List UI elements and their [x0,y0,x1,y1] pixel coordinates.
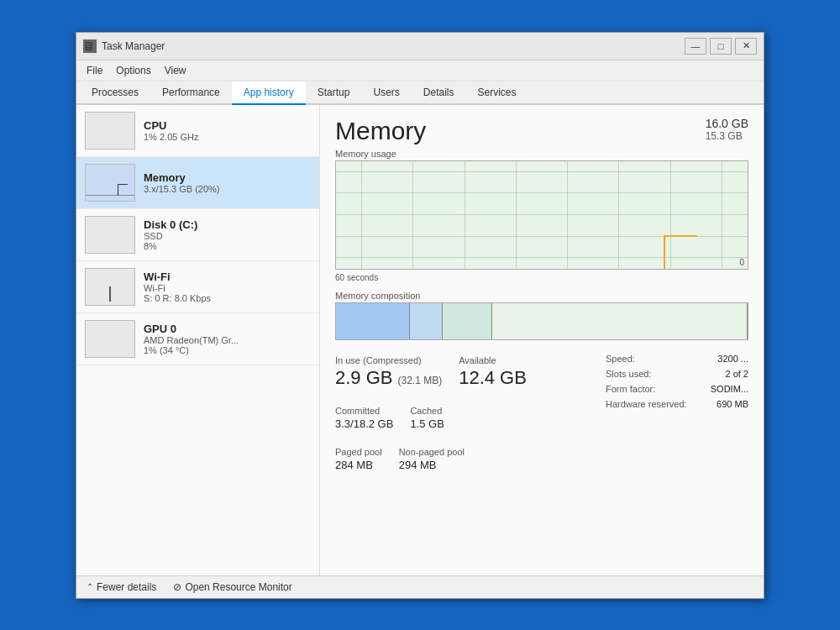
title-bar: 🖥 Task Manager — □ ✕ [76,33,764,60]
wifi-info: Wi-Fi Wi-Fi S: 0 R: 8.0 Kbps [144,270,311,303]
stat-in-use-sub: (32.1 MB) [397,375,442,386]
disk-label: Disk 0 (C:) [144,218,311,231]
cpu-info: CPU 1% 2.05 GHz [144,119,311,142]
sidebar: CPU 1% 2.05 GHz Memory 3.x/15.3 GB (20%) [76,105,320,575]
disk-sub1: SSD [144,231,311,241]
tab-performance[interactable]: Performance [150,81,232,105]
chart-vline-8 [722,161,722,269]
resource-monitor-icon: ⊘ [173,581,181,593]
window-title: Task Manager [102,40,165,52]
stat-hw-value: 690 MB [717,399,748,409]
tabs-bar: Processes Performance App history Startu… [76,81,764,105]
left-stats: In use (Compressed) 2.9 GB (32.1 MB) Ava… [335,354,589,478]
stat-committed-label: Committed [335,406,393,416]
open-resource-monitor-label: Open Resource Monitor [185,581,291,593]
menu-file[interactable]: File [80,62,109,79]
right-stats: Speed: 3200 ... Slots used: 2 of 2 Form … [606,354,748,478]
menu-options[interactable]: Options [109,62,157,79]
maximize-button[interactable]: □ [710,38,732,55]
stat-paged-label: Paged pool [335,447,382,457]
tab-details[interactable]: Details [412,81,466,105]
cpu-label: CPU [144,119,311,132]
stat-nonpaged: Non-paged pool 294 MB [399,445,465,478]
stat-speed-row: Speed: 3200 ... [606,354,748,364]
main-title: Memory [335,117,426,145]
stat-available-label: Available [459,355,527,365]
minimize-button[interactable]: — [685,38,706,55]
main-panel: Memory 16.0 GB 15.3 GB Memory usage [320,105,764,575]
tab-app-history[interactable]: App history [232,81,306,105]
stat-in-use-value: 2.9 GB [335,367,392,389]
gpu-info: GPU 0 AMD Radeon(TM) Gr... 1% (34 °C) [144,323,311,355]
stat-cached: Cached 1.5 GB [410,404,444,437]
chart-time-label: 60 seconds [335,273,748,282]
stats-row-1: In use (Compressed) 2.9 GB (32.1 MB) Ava… [335,354,589,396]
fewer-details-button[interactable]: ⌃ Fewer details [87,581,156,593]
content-area: CPU 1% 2.05 GHz Memory 3.x/15.3 GB (20%) [76,105,764,575]
memory-thumbnail [85,164,135,202]
stat-paged: Paged pool 284 MB [335,445,382,478]
chart-vline-1 [361,161,362,269]
stat-hw-row: Hardware reserved: 690 MB [606,399,748,409]
wifi-bar [109,286,111,302]
stat-nonpaged-label: Non-paged pool [399,447,465,457]
menu-bar: File Options View [76,60,764,81]
memory-sub: 3.x/15.3 GB (20%) [144,184,311,194]
stats-row-2: Committed 3.3/18.2 GB Cached 1.5 GB [335,404,589,437]
chart-vline-6 [618,161,619,269]
gpu-sub2: 1% (34 °C) [144,345,311,355]
main-header: Memory 16.0 GB 15.3 GB [335,117,748,145]
disk-thumbnail [85,216,135,254]
menu-view[interactable]: View [158,62,193,79]
stat-in-use: In use (Compressed) 2.9 GB (32.1 MB) [335,354,442,396]
stat-nonpaged-value: 294 MB [399,459,465,471]
gpu-sub1: AMD Radeon(TM) Gr... [144,335,311,345]
sidebar-item-gpu[interactable]: GPU 0 AMD Radeon(TM) Gr... 1% (34 °C) [76,313,319,365]
main-total-sub: 15.3 GB [706,130,748,142]
memory-info: Memory 3.x/15.3 GB (20%) [144,171,311,194]
chart-vline-3 [465,161,465,269]
stat-in-use-label: In use (Compressed) [335,355,442,365]
stat-slots-label: Slots used: [606,369,651,379]
sidebar-item-wifi[interactable]: Wi-Fi Wi-Fi S: 0 R: 8.0 Kbps [76,261,319,313]
stat-in-use-value-row: 2.9 GB (32.1 MB) [335,367,442,389]
memory-composition-chart [335,302,748,340]
open-resource-monitor-button[interactable]: ⊘ Open Resource Monitor [173,581,291,593]
stat-available-value: 12.4 GB [459,367,527,389]
task-manager-window: 🖥 Task Manager — □ ✕ File Options View P… [76,32,764,599]
tab-startup[interactable]: Startup [306,81,362,105]
tab-users[interactable]: Users [361,81,411,105]
usage-chart-label: Memory usage [335,149,748,159]
stat-cached-label: Cached [410,406,444,416]
close-button[interactable]: ✕ [735,38,757,55]
title-bar-controls: — □ ✕ [685,38,757,55]
stats-row-3: Paged pool 284 MB Non-paged pool 294 MB [335,445,589,478]
memory-usage-chart: 0 [335,160,748,270]
stat-slots-row: Slots used: 2 of 2 [606,369,748,379]
fewer-details-label: Fewer details [97,581,156,593]
tab-processes[interactable]: Processes [80,81,150,105]
chevron-up-icon: ⌃ [87,582,93,591]
chart-vline-4 [516,161,517,269]
stat-committed-value: 3.3/18.2 GB [335,417,393,430]
stat-slots-value: 2 of 2 [725,369,748,379]
stat-paged-value: 284 MB [335,459,382,471]
main-total-gb: 16.0 GB [706,117,748,130]
comp-block-3 [443,303,492,339]
tab-services[interactable]: Services [466,81,528,105]
chart-vline-5 [567,161,568,269]
comp-block-1 [336,303,410,339]
chart-vline-2 [412,161,413,269]
stat-form-value: SODIM... [711,384,748,394]
sidebar-item-disk[interactable]: Disk 0 (C:) SSD 8% [76,209,319,261]
memory-label: Memory [144,171,311,184]
main-total-block: 16.0 GB 15.3 GB [706,117,748,142]
stat-committed: Committed 3.3/18.2 GB [335,404,393,437]
chart-zero-label: 0 [739,258,744,267]
sidebar-item-cpu[interactable]: CPU 1% 2.05 GHz [76,105,319,157]
sidebar-item-memory[interactable]: Memory 3.x/15.3 GB (20%) [76,157,319,209]
wifi-label: Wi-Fi [144,270,311,283]
wifi-sub1: Wi-Fi [144,283,311,293]
gpu-thumbnail [85,320,135,358]
memory-spike [118,184,128,196]
